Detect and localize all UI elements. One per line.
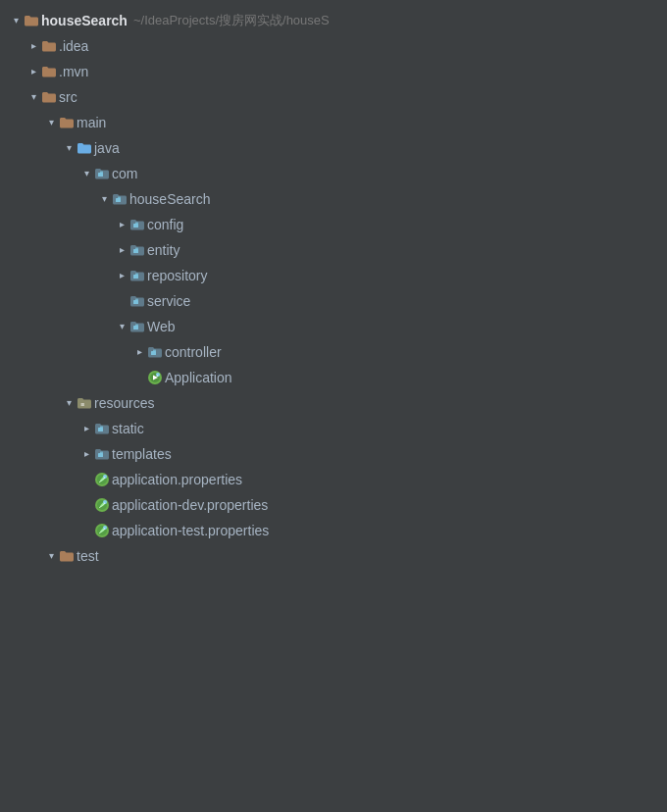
- icon-static: [94, 421, 110, 436]
- label-houseSearch-pkg: houseSearch: [129, 191, 211, 207]
- tree-item-houseSearch-pkg[interactable]: ▾ houseSearch: [0, 186, 667, 212]
- tree-item-repository[interactable]: ▸ repository: [0, 263, 667, 288]
- label-repository: repository: [147, 268, 207, 283]
- icon-app-dev-properties: +: [94, 497, 110, 513]
- label-mvn: .mvn: [59, 64, 88, 79]
- label-templates: templates: [112, 446, 172, 462]
- tree-item-Application[interactable]: + Application: [0, 365, 667, 390]
- icon-app-test-properties: +: [94, 523, 110, 538]
- label-idea: .idea: [59, 38, 88, 54]
- label-main: main: [77, 115, 106, 130]
- arrow-static: ▸: [78, 421, 94, 436]
- label-com: com: [112, 166, 137, 181]
- tree-item-houseSearch-root[interactable]: ▾ houseSearch~/IdeaProjects/搜房网实战/houseS: [0, 8, 667, 33]
- icon-mvn: [41, 64, 57, 79]
- arrow-config: ▸: [114, 217, 129, 232]
- svg-rect-24: [100, 452, 103, 454]
- file-tree: ▾ houseSearch~/IdeaProjects/搜房网实战/houseS…: [0, 0, 667, 577]
- label-app-properties: application.properties: [112, 472, 242, 487]
- icon-resources: ≡: [77, 395, 92, 411]
- label-app-dev-properties: application-dev.properties: [112, 497, 268, 513]
- tree-item-app-properties[interactable]: + application.properties: [0, 467, 667, 492]
- arrow-entity: ▸: [114, 242, 129, 258]
- tree-item-com[interactable]: ▾ com: [0, 161, 667, 186]
- arrow-com: ▾: [78, 166, 94, 181]
- svg-text:+: +: [104, 527, 106, 531]
- svg-rect-5: [135, 223, 138, 225]
- tree-item-test[interactable]: ▾ test: [0, 543, 667, 569]
- icon-test: [59, 548, 75, 564]
- svg-text:≡: ≡: [80, 401, 84, 408]
- svg-rect-21: [98, 428, 103, 431]
- svg-rect-7: [135, 248, 138, 250]
- icon-templates: [94, 446, 110, 462]
- tree-item-entity[interactable]: ▸ entity: [0, 237, 667, 263]
- tree-item-app-dev-properties[interactable]: + application-dev.properties: [0, 492, 667, 518]
- svg-rect-13: [135, 325, 138, 327]
- label-static: static: [112, 421, 144, 436]
- icon-src: [41, 89, 57, 105]
- arrow-controller: ▸: [131, 344, 147, 360]
- tree-item-mvn[interactable]: ▸ .mvn: [0, 59, 667, 84]
- svg-rect-4: [133, 224, 138, 228]
- tree-item-src[interactable]: ▾ src: [0, 84, 667, 110]
- label-app-test-properties: application-test.properties: [112, 523, 269, 538]
- svg-rect-11: [135, 299, 138, 301]
- tree-item-java[interactable]: ▾ java: [0, 135, 667, 161]
- icon-repository: [129, 268, 145, 283]
- arrow-java: ▾: [61, 140, 77, 156]
- svg-rect-22: [100, 427, 103, 429]
- svg-rect-6: [133, 249, 138, 253]
- icon-Application: +: [147, 370, 163, 385]
- arrow-houseSearch-pkg: ▾: [96, 191, 112, 207]
- svg-text:+: +: [157, 374, 159, 378]
- tree-item-idea[interactable]: ▸ .idea: [0, 33, 667, 59]
- svg-rect-14: [151, 351, 156, 355]
- tree-item-main[interactable]: ▾ main: [0, 110, 667, 135]
- svg-text:+: +: [104, 501, 106, 505]
- icon-Web: [129, 319, 145, 334]
- tree-item-controller[interactable]: ▸ controller: [0, 339, 667, 365]
- svg-rect-8: [133, 275, 138, 279]
- svg-text:+: +: [104, 476, 106, 480]
- label-resources: resources: [94, 395, 154, 411]
- icon-app-properties: +: [94, 472, 110, 487]
- label-service: service: [147, 293, 190, 309]
- tree-item-static[interactable]: ▸ static: [0, 416, 667, 441]
- svg-rect-2: [116, 198, 121, 202]
- arrow-main: ▾: [43, 115, 59, 130]
- label-config: config: [147, 217, 183, 232]
- svg-rect-12: [133, 326, 138, 330]
- tree-item-config[interactable]: ▸ config: [0, 212, 667, 237]
- icon-service: [129, 293, 145, 309]
- icon-idea: [41, 38, 57, 54]
- tree-item-Web[interactable]: ▾ Web: [0, 314, 667, 339]
- icon-houseSearch-pkg: [112, 191, 128, 207]
- label-houseSearch-root: houseSearch: [41, 13, 128, 28]
- svg-rect-23: [98, 453, 103, 457]
- arrow-src: ▾: [26, 89, 41, 105]
- svg-rect-3: [118, 197, 121, 199]
- svg-rect-15: [153, 350, 156, 352]
- tree-item-service[interactable]: service: [0, 288, 667, 314]
- arrow-test: ▾: [43, 548, 59, 564]
- icon-main: [59, 115, 75, 130]
- svg-rect-0: [98, 173, 103, 177]
- arrow-mvn: ▸: [26, 64, 41, 79]
- svg-rect-1: [100, 172, 103, 174]
- icon-houseSearch-root: [24, 13, 39, 28]
- arrow-idea: ▸: [26, 38, 41, 54]
- label-Application: Application: [165, 370, 232, 385]
- arrow-templates: ▸: [78, 446, 94, 462]
- label-Web: Web: [147, 319, 176, 334]
- label-src: src: [59, 89, 77, 105]
- icon-entity: [129, 242, 145, 258]
- label-java: java: [94, 140, 120, 156]
- tree-item-resources[interactable]: ▾ ≡ resources: [0, 390, 667, 416]
- arrow-Web: ▾: [114, 319, 129, 334]
- label-test: test: [77, 548, 99, 564]
- tree-item-templates[interactable]: ▸ templates: [0, 441, 667, 467]
- arrow-houseSearch-root: ▾: [8, 13, 24, 28]
- icon-controller: [147, 344, 163, 360]
- tree-item-app-test-properties[interactable]: + application-test.properties: [0, 518, 667, 543]
